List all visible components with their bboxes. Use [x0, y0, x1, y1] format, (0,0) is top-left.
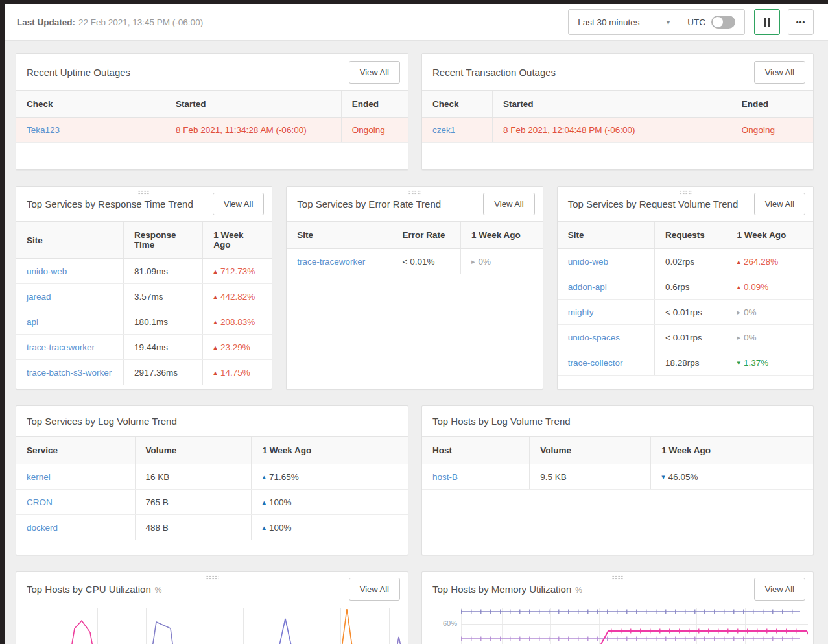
- outage-status: Ongoing: [341, 118, 408, 143]
- view-all-button[interactable]: View All: [349, 61, 400, 84]
- view-all-button[interactable]: View All: [754, 61, 805, 84]
- site-link[interactable]: trace-traceworker: [27, 342, 95, 352]
- service-log-volume-table: Service Volume 1 Week Ago kernel 16 KB ▴…: [16, 436, 408, 540]
- site-link[interactable]: unido-web: [27, 267, 67, 276]
- site-link[interactable]: unido-spaces: [568, 333, 620, 342]
- trend-indicator: ▾46.05%: [661, 472, 698, 482]
- panel-title: Top Services by Log Volume Trend: [27, 416, 177, 427]
- table-row: api 180.1ms ▴208.83%: [16, 309, 272, 335]
- table-row: dockerd 488 B ▴100%: [16, 515, 408, 540]
- table-row: mighty < 0.01rps ▸0%: [558, 300, 813, 325]
- utc-toggle[interactable]: [711, 16, 735, 29]
- column-header: Response Time: [124, 222, 203, 259]
- table-row: unido-web 0.02rps ▴264.28%: [558, 249, 813, 274]
- view-all-button[interactable]: View All: [754, 578, 805, 601]
- view-all-button[interactable]: View All: [349, 578, 400, 601]
- metric-value: 9.5 KB: [530, 464, 651, 490]
- metric-value: 19.44ms: [124, 335, 203, 360]
- memory-chart-svg: [455, 608, 808, 644]
- panel-title: Top Hosts by Memory Utilization%: [432, 584, 582, 595]
- column-header: Ended: [341, 91, 408, 118]
- metric-value: 81.09ms: [124, 259, 203, 284]
- panel-request-volume-trend: Top Services by Request Volume Trend Vie…: [557, 186, 814, 390]
- column-header: Host: [422, 437, 530, 464]
- column-header: Check: [422, 91, 493, 118]
- view-all-button[interactable]: View All: [213, 193, 264, 215]
- service-link[interactable]: dockerd: [27, 523, 58, 532]
- table-row: unido-web 81.09ms ▴712.73%: [16, 259, 272, 284]
- site-link[interactable]: trace-traceworker: [297, 257, 365, 267]
- site-link[interactable]: unido-web: [568, 257, 608, 267]
- panel-title: Recent Transaction Outages: [432, 67, 556, 78]
- table-header-row: Check Started Ended: [16, 91, 408, 118]
- metric-value: 2917.36ms: [124, 360, 203, 385]
- drag-handle-icon[interactable]: [408, 190, 421, 195]
- trend-indicator: ▸0%: [737, 333, 756, 342]
- last-updated-label: Last Updated:: [17, 18, 75, 27]
- time-range-dropdown[interactable]: Last 30 minutes ▾: [569, 10, 678, 34]
- table-row: trace-traceworker < 0.01% ▸0%: [287, 249, 542, 274]
- site-link[interactable]: trace-collector: [568, 358, 623, 368]
- site-link[interactable]: mighty: [568, 307, 594, 317]
- trend-arrow-icon: ▴: [262, 499, 266, 506]
- site-link[interactable]: api: [27, 317, 38, 327]
- more-options-button[interactable]: •••: [788, 9, 814, 35]
- outage-status: Ongoing: [731, 118, 813, 143]
- trend-arrow-icon: ▴: [213, 268, 217, 275]
- cpu-chart-svg: [16, 608, 408, 644]
- trend-indicator: ▸0%: [737, 307, 756, 317]
- panel-title: Top Hosts by CPU Utilization%: [27, 584, 161, 595]
- trend-arrow-icon: ▴: [213, 318, 217, 326]
- metric-value: 18.28rps: [655, 350, 726, 376]
- check-link[interactable]: Teka123: [27, 125, 60, 135]
- trend-arrow-icon: ▴: [737, 258, 740, 265]
- transaction-outages-table: Check Started Ended czek1 8 Feb 2021, 12…: [422, 90, 813, 143]
- view-all-button[interactable]: View All: [483, 193, 534, 215]
- view-all-button[interactable]: View All: [754, 193, 805, 215]
- table-header-row: Site Error Rate 1 Week Ago: [287, 222, 542, 249]
- metric-value: < 0.01%: [392, 249, 460, 274]
- last-updated-value: 22 Feb 2021, 13:45 PM (-06:00): [78, 18, 203, 27]
- drag-handle-icon[interactable]: [611, 575, 624, 580]
- column-header: Service: [16, 437, 135, 464]
- drag-handle-icon[interactable]: [138, 190, 150, 195]
- column-header: Volume: [530, 437, 651, 464]
- check-link[interactable]: czek1: [432, 125, 455, 135]
- site-link[interactable]: trace-batch-s3-worker: [27, 368, 112, 377]
- pause-button[interactable]: [754, 9, 780, 35]
- trend-arrow-icon: ▴: [262, 473, 266, 481]
- metric-value: 3.57ms: [124, 284, 203, 309]
- drag-handle-icon[interactable]: [206, 575, 219, 580]
- site-link[interactable]: addon-api: [568, 282, 607, 292]
- trend-arrow-icon: ▾: [737, 359, 740, 366]
- panel-host-log-volume: Top Hosts by Log Volume Trend Host Volum…: [421, 405, 814, 555]
- table-header-row: Host Volume 1 Week Ago: [422, 437, 813, 464]
- column-header: Started: [165, 91, 342, 118]
- site-link[interactable]: jaread: [27, 292, 51, 302]
- table-row: host-B 9.5 KB ▾46.05%: [422, 464, 813, 490]
- trend-indicator: ▴264.28%: [737, 257, 778, 267]
- cpu-utilization-chart[interactable]: [16, 608, 408, 644]
- time-controls-group: Last 30 minutes ▾ UTC: [568, 9, 745, 35]
- panel-memory-utilization: Top Hosts by Memory Utilization% View Al…: [421, 571, 814, 644]
- table-header-row: Site Requests 1 Week Ago: [558, 222, 813, 249]
- service-link[interactable]: kernel: [27, 472, 51, 482]
- metric-value: < 0.01rps: [655, 300, 726, 325]
- column-header: Site: [16, 222, 124, 259]
- host-link[interactable]: host-B: [432, 472, 458, 482]
- table-row: unido-spaces < 0.01rps ▸0%: [558, 325, 813, 350]
- metric-value: 765 B: [135, 490, 252, 515]
- column-header: Site: [287, 222, 392, 249]
- table-header-row: Check Started Ended: [422, 91, 813, 118]
- ellipsis-icon: •••: [796, 18, 806, 26]
- time-range-value: Last 30 minutes: [578, 18, 639, 27]
- memory-utilization-chart[interactable]: 60%: [422, 608, 813, 644]
- panel-title: Top Services by Response Time Trend: [27, 198, 193, 209]
- metric-value: < 0.01rps: [655, 325, 726, 350]
- trend-arrow-icon: ▴: [213, 344, 217, 351]
- panel-recent-uptime-outages: Recent Uptime Outages View All Check Sta…: [16, 53, 408, 170]
- service-link[interactable]: CRON: [27, 497, 53, 507]
- panel-cpu-utilization: Top Hosts by CPU Utilization% View All: [16, 571, 408, 644]
- drag-handle-icon[interactable]: [679, 190, 691, 195]
- column-header: Started: [493, 91, 731, 118]
